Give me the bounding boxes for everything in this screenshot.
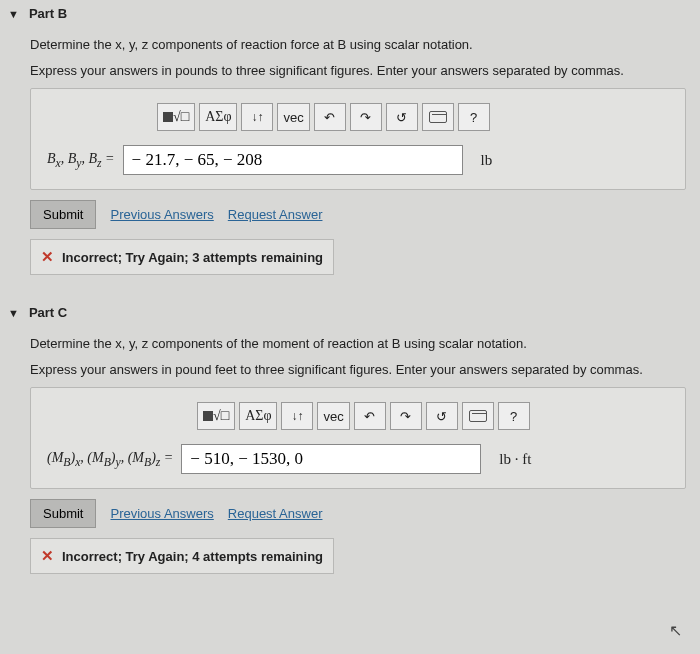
greek-button[interactable]: ΑΣφ [239, 402, 277, 430]
reset-button[interactable]: ↺ [426, 402, 458, 430]
redo-button[interactable]: ↷ [390, 402, 422, 430]
part-b-variable-label: Bx, By, Bz = [47, 151, 115, 170]
template-button[interactable]: √□ [197, 402, 235, 430]
redo-button[interactable]: ↷ [350, 103, 382, 131]
part-b-header[interactable]: ▼ Part B [0, 0, 700, 27]
undo-icon: ↶ [364, 409, 375, 424]
part-c-toolbar: √□ ΑΣφ ↓↑ vec ↶ ↷ ↺ ? [197, 402, 669, 430]
reset-icon: ↺ [436, 409, 447, 424]
incorrect-x-icon: ✕ [41, 248, 54, 266]
keyboard-button[interactable] [462, 402, 494, 430]
part-b-input-row: Bx, By, Bz = lb [47, 145, 669, 175]
collapse-arrow-icon[interactable]: ▼ [8, 307, 19, 319]
keyboard-icon [429, 111, 447, 123]
part-c-answer-box: √□ ΑΣφ ↓↑ vec ↶ ↷ ↺ ? (MB)x, (MB)y, (MB)… [30, 387, 686, 489]
reset-button[interactable]: ↺ [386, 103, 418, 131]
previous-answers-link[interactable]: Previous Answers [110, 207, 213, 222]
part-b-title: Part B [29, 6, 67, 21]
template-button[interactable]: √□ [157, 103, 195, 131]
part-c-header[interactable]: ▼ Part C [0, 299, 700, 326]
part-c-feedback-text: Incorrect; Try Again; 4 attempts remaini… [62, 549, 323, 564]
collapse-arrow-icon[interactable]: ▼ [8, 8, 19, 20]
part-c-submit-row: Submit Previous Answers Request Answer [30, 499, 686, 528]
part-b-answer-box: √□ ΑΣφ ↓↑ vec ↶ ↷ ↺ ? Bx, By, Bz = lb [30, 88, 686, 190]
part-b-submit-row: Submit Previous Answers Request Answer [30, 200, 686, 229]
part-c-feedback: ✕ Incorrect; Try Again; 4 attempts remai… [30, 538, 334, 574]
subscript-button[interactable]: ↓↑ [241, 103, 273, 131]
help-button[interactable]: ? [498, 402, 530, 430]
sqrt-icon: √□ [173, 109, 189, 125]
part-c-question-line1: Determine the x, y, z components of the … [30, 334, 686, 354]
part-c-input-row: (MB)x, (MB)y, (MB)z = lb · ft [47, 444, 669, 474]
redo-icon: ↷ [400, 409, 411, 424]
part-b-toolbar: √□ ΑΣφ ↓↑ vec ↶ ↷ ↺ ? [157, 103, 669, 131]
vector-button[interactable]: vec [277, 103, 309, 131]
square-icon [163, 112, 173, 122]
help-button[interactable]: ? [458, 103, 490, 131]
part-c-body: Determine the x, y, z components of the … [0, 326, 700, 584]
part-b-body: Determine the x, y, z components of reac… [0, 27, 700, 285]
greek-button[interactable]: ΑΣφ [199, 103, 237, 131]
part-c-title: Part C [29, 305, 67, 320]
undo-button[interactable]: ↶ [314, 103, 346, 131]
previous-answers-link[interactable]: Previous Answers [110, 506, 213, 521]
part-c-section: ▼ Part C Determine the x, y, z component… [0, 299, 700, 584]
request-answer-link[interactable]: Request Answer [228, 207, 323, 222]
vector-button[interactable]: vec [317, 402, 349, 430]
redo-icon: ↷ [360, 110, 371, 125]
incorrect-x-icon: ✕ [41, 547, 54, 565]
request-answer-link[interactable]: Request Answer [228, 506, 323, 521]
submit-button[interactable]: Submit [30, 200, 96, 229]
part-c-question-line2: Express your answers in pound feet to th… [30, 360, 686, 380]
part-b-question-line2: Express your answers in pounds to three … [30, 61, 686, 81]
cursor-icon: ↖ [669, 621, 682, 640]
submit-button[interactable]: Submit [30, 499, 96, 528]
keyboard-button[interactable] [422, 103, 454, 131]
sqrt-icon: √□ [213, 408, 229, 424]
part-b-unit: lb [481, 152, 493, 169]
part-c-answer-input[interactable] [181, 444, 481, 474]
undo-button[interactable]: ↶ [354, 402, 386, 430]
square-icon [203, 411, 213, 421]
part-b-feedback-text: Incorrect; Try Again; 3 attempts remaini… [62, 250, 323, 265]
undo-icon: ↶ [324, 110, 335, 125]
part-c-variable-label: (MB)x, (MB)y, (MB)z = [47, 450, 173, 469]
keyboard-icon [469, 410, 487, 422]
subscript-button[interactable]: ↓↑ [281, 402, 313, 430]
part-b-answer-input[interactable] [123, 145, 463, 175]
reset-icon: ↺ [396, 110, 407, 125]
part-b-question-line1: Determine the x, y, z components of reac… [30, 35, 686, 55]
part-c-unit: lb · ft [499, 451, 531, 468]
part-b-feedback: ✕ Incorrect; Try Again; 3 attempts remai… [30, 239, 334, 275]
